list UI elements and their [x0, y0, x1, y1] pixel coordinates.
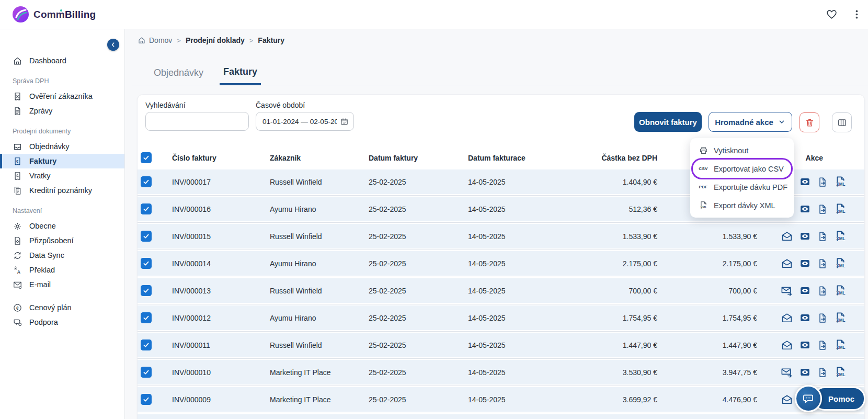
row-checkbox[interactable] [141, 312, 152, 323]
xml-file-icon[interactable] [835, 285, 847, 297]
invoice-date-cell: 25-02-2025 [369, 314, 468, 322]
row-checkbox[interactable] [141, 258, 152, 269]
row-checkbox[interactable] [141, 231, 152, 242]
sidebar-item-preklad[interactable]: Překlad [0, 263, 124, 277]
sidebar-item-obecne[interactable]: Obecne [0, 219, 124, 233]
row-checkbox[interactable] [141, 394, 152, 405]
view-icon[interactable] [800, 231, 810, 242]
overflow-menu-button[interactable] [850, 8, 863, 21]
total-amount-cell: 2.175,00 € [657, 259, 757, 268]
view-icon[interactable] [800, 258, 810, 269]
tab-objednavky[interactable]: Objednávky [152, 60, 205, 85]
invoice-number-cell: INV/000009 [172, 395, 270, 404]
breadcrumb-prodejni-doklady[interactable]: Prodejní doklady [186, 36, 245, 44]
sidebar-item-vratky[interactable]: Vratky [0, 168, 124, 183]
export-file-icon[interactable] [817, 258, 828, 269]
view-icon[interactable] [800, 203, 810, 214]
table-row[interactable]: INV/000013 Russell Winfield 25-02-2025 1… [138, 277, 864, 304]
mail-open-icon[interactable] [781, 339, 793, 351]
sidebar-collapse-button[interactable] [107, 39, 119, 51]
xml-file-icon[interactable] [835, 366, 847, 378]
view-icon[interactable] [800, 176, 810, 187]
row-actions [757, 366, 864, 378]
select-all-checkbox[interactable] [141, 152, 152, 163]
xml-file-icon[interactable] [835, 257, 847, 269]
receipt-return-icon [13, 171, 22, 181]
mail-open-icon[interactable] [781, 312, 793, 324]
xml-file-icon[interactable] [835, 230, 847, 242]
column-settings-button[interactable] [832, 112, 852, 132]
table-row[interactable]: INV/000015 Russell Winfield 25-02-2025 1… [138, 223, 864, 250]
columns-icon [837, 118, 847, 128]
sidebar-item-podpora[interactable]: Podpora [0, 315, 124, 330]
column-header-datum-fakturace[interactable]: Datum fakturace [468, 154, 567, 162]
xml-file-icon[interactable] [835, 312, 847, 324]
sidebar-item-prizpusobeni[interactable]: Přizpůsobení [0, 233, 124, 248]
xml-file-icon[interactable] [835, 203, 847, 215]
sidebar-item-email[interactable]: E-mail [0, 277, 124, 292]
mail-open-icon[interactable] [781, 394, 793, 405]
export-file-icon[interactable] [817, 204, 828, 214]
export-file-icon[interactable] [817, 340, 828, 350]
delete-button[interactable] [800, 112, 819, 132]
sidebar-item-cenovy-plan[interactable]: Cenový plán [0, 300, 124, 315]
table-row[interactable]: INV/000014 Ayumu Hirano 25-02-2025 14-05… [138, 250, 864, 277]
xml-file-icon[interactable] [835, 176, 847, 188]
column-header-datum-faktury[interactable]: Datum faktury [369, 154, 468, 162]
menu-item-export-davky-xml[interactable]: Export dávky XML [690, 196, 794, 214]
date-range-input[interactable]: 01-01-2024 — 02-05-202 [256, 112, 354, 131]
view-icon[interactable] [800, 285, 810, 296]
sidebar-item-dashboard[interactable]: Dashboard [0, 53, 124, 68]
menu-item-vytisknout[interactable]: Vytisknout [690, 141, 794, 160]
view-icon[interactable] [800, 339, 810, 350]
table-row[interactable]: INV/000011 Russell Winfield 25-02-2025 1… [138, 332, 864, 359]
billing-date-cell: 14-05-2025 [468, 259, 567, 268]
column-header-zakaznik[interactable]: Zákazník [270, 154, 369, 162]
table-row[interactable]: INV/000010 Marketing IT Place 25-02-2025… [138, 359, 864, 386]
bulk-actions-button[interactable]: Hromadné akce [709, 112, 792, 132]
mail-send-icon[interactable] [781, 285, 793, 297]
table-row[interactable]: INV/000009 Marketing IT Place 25-02-2025… [138, 386, 864, 413]
refresh-invoices-button[interactable]: Obnovit faktury [634, 112, 702, 132]
breadcrumb-home[interactable]: Domov [138, 36, 172, 44]
sidebar-item-kreditni-poznamky[interactable]: Kreditní poznámky [0, 183, 124, 198]
row-checkbox[interactable] [141, 339, 152, 350]
row-checkbox[interactable] [141, 203, 152, 214]
tab-faktury[interactable]: Faktury [220, 60, 261, 85]
sidebar-item-zpravy[interactable]: Zprávy [0, 104, 124, 118]
help-chat-button[interactable] [795, 385, 822, 412]
view-icon[interactable] [800, 367, 810, 378]
column-header-castka-bez-dph[interactable]: Částka bez DPH [567, 154, 657, 162]
row-checkbox[interactable] [141, 176, 152, 187]
billing-date-cell: 14-05-2025 [468, 205, 567, 213]
sidebar-item-faktury[interactable]: Faktury [0, 154, 124, 168]
favorites-button[interactable] [825, 8, 838, 21]
xml-file-icon[interactable] [835, 339, 847, 351]
total-amount-cell: 1.447,90 € [657, 341, 757, 349]
mail-open-icon[interactable] [781, 231, 793, 242]
export-file-icon[interactable] [817, 177, 828, 187]
sidebar-item-objednavky[interactable]: Objednávky [0, 139, 124, 154]
search-input[interactable] [152, 112, 248, 131]
export-file-icon[interactable] [817, 367, 828, 378]
table-row[interactable]: INV/000012 Ayumu Hirano 25-02-2025 14-05… [138, 304, 864, 332]
mail-open-icon[interactable] [781, 258, 793, 269]
menu-item-exportovat-jako-csv[interactable]: CSV Exportovat jako CSV [693, 160, 791, 178]
net-amount-cell: 1.754,95 € [567, 314, 657, 322]
sidebar-item-data-sync[interactable]: Data Sync [0, 248, 124, 263]
column-header-cislo-faktury[interactable]: Číslo faktury [172, 154, 270, 162]
mail-send-icon[interactable] [781, 366, 793, 378]
customer-cell: Marketing IT Place [270, 368, 369, 377]
date-range-value: 01-01-2024 — 02-05-202 [262, 118, 337, 126]
document-gear-icon [13, 236, 22, 246]
row-checkbox[interactable] [141, 285, 152, 296]
view-icon[interactable] [800, 312, 810, 323]
row-checkbox[interactable] [141, 367, 152, 378]
sidebar-item-overeni-zakaznika[interactable]: Ověření zákazníka [0, 89, 124, 104]
export-file-icon[interactable] [817, 313, 828, 323]
export-file-icon[interactable] [817, 286, 828, 296]
export-file-icon[interactable] [817, 231, 828, 242]
sidebar-item-label: Data Sync [29, 251, 64, 259]
menu-item-exportujte-davku-pdf[interactable]: PDF Exportujte dávku PDF [690, 178, 794, 196]
invoice-date-cell: 25-02-2025 [369, 341, 468, 349]
